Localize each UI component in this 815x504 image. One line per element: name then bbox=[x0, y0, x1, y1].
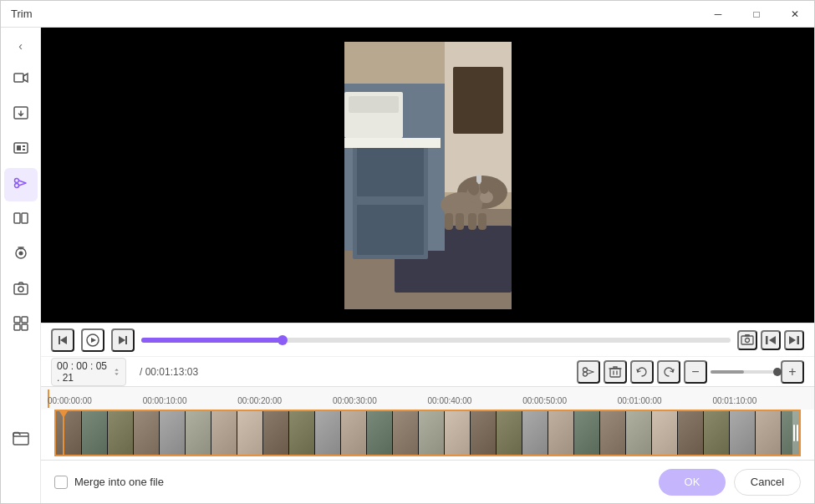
ruler-mark-1: 00:00:10:00 bbox=[143, 396, 187, 405]
app-window: Trim ─ □ ✕ ‹ bbox=[0, 0, 815, 504]
svg-rect-16 bbox=[14, 324, 20, 330]
capture-icon bbox=[13, 245, 29, 266]
edit-tools: − + bbox=[577, 360, 804, 384]
sidebar-item-capture[interactable] bbox=[4, 238, 38, 272]
frame-28 bbox=[756, 411, 781, 455]
svg-rect-17 bbox=[22, 324, 28, 330]
svg-rect-49 bbox=[745, 334, 750, 337]
timecode-total: / 00:01:13:03 bbox=[140, 366, 198, 378]
frame-7 bbox=[211, 411, 237, 455]
sidebar-item-split[interactable] bbox=[4, 203, 38, 237]
screenshot-button[interactable] bbox=[737, 330, 757, 350]
svg-rect-57 bbox=[13, 433, 28, 445]
zoom-slider-handle[interactable] bbox=[773, 368, 782, 376]
sidebar-item-snapshot[interactable] bbox=[4, 273, 38, 307]
timeline-right-handle[interactable] bbox=[792, 411, 799, 455]
frame-9 bbox=[263, 411, 288, 455]
media-icon bbox=[13, 140, 29, 160]
file-browser-button[interactable] bbox=[8, 425, 34, 451]
zoom-slider-track[interactable] bbox=[711, 370, 777, 374]
frame-4 bbox=[134, 411, 159, 455]
play-button[interactable] bbox=[81, 328, 104, 352]
svg-marker-45 bbox=[119, 336, 125, 344]
ruler-mark-6: 00:01:00:00 bbox=[618, 396, 662, 405]
redo-button[interactable] bbox=[657, 360, 680, 384]
svg-rect-14 bbox=[14, 317, 20, 323]
svg-point-32 bbox=[480, 191, 493, 203]
svg-rect-46 bbox=[125, 336, 127, 344]
split-icon bbox=[13, 210, 29, 231]
svg-point-13 bbox=[18, 287, 23, 292]
zoom-out-button[interactable]: − bbox=[684, 360, 707, 384]
ruler-mark-7: 00:01:10:00 bbox=[712, 396, 756, 405]
cancel-button[interactable]: Cancel bbox=[734, 469, 801, 496]
skip-back-button[interactable] bbox=[761, 330, 781, 350]
sidebar-item-record[interactable] bbox=[4, 63, 38, 96]
sidebar-item-trim[interactable] bbox=[4, 168, 38, 201]
zoom-slider-container bbox=[711, 370, 777, 374]
svg-rect-27 bbox=[453, 67, 503, 134]
file-icon-area bbox=[1, 416, 41, 460]
sidebar-item-import[interactable] bbox=[4, 98, 38, 131]
frame-27 bbox=[730, 411, 755, 455]
scissors-icon bbox=[13, 175, 29, 196]
skip-forward-button[interactable] bbox=[784, 330, 804, 350]
svg-rect-8 bbox=[14, 213, 20, 223]
svg-rect-9 bbox=[22, 213, 28, 223]
svg-rect-37 bbox=[468, 213, 476, 230]
ruler-mark-5: 00:00:50:00 bbox=[522, 396, 567, 405]
timeline-strip[interactable] bbox=[54, 410, 801, 456]
ruler-mark-0: 00:00:00:00 bbox=[48, 396, 92, 405]
minimize-button[interactable]: ─ bbox=[699, 1, 737, 28]
svg-rect-25 bbox=[344, 138, 441, 148]
ok-button[interactable]: OK bbox=[659, 469, 726, 496]
svg-rect-12 bbox=[14, 284, 28, 294]
next-frame-button[interactable] bbox=[111, 328, 135, 352]
frame-23 bbox=[626, 411, 651, 455]
timeline-playhead bbox=[63, 411, 64, 455]
mosaic-icon bbox=[13, 315, 29, 336]
frame-2 bbox=[82, 411, 107, 455]
maximize-button[interactable]: □ bbox=[737, 1, 776, 28]
prev-frame-button[interactable] bbox=[51, 328, 74, 352]
svg-marker-52 bbox=[789, 336, 796, 344]
svg-point-55 bbox=[583, 372, 588, 376]
svg-rect-42 bbox=[59, 336, 60, 344]
progress-fill bbox=[141, 338, 283, 343]
import-icon bbox=[13, 104, 29, 125]
sidebar-item-media[interactable] bbox=[4, 133, 38, 166]
timeline-area bbox=[41, 410, 814, 460]
svg-rect-53 bbox=[797, 336, 800, 344]
close-button[interactable]: ✕ bbox=[776, 1, 814, 28]
ruler-mark-4: 00:00:40:00 bbox=[428, 396, 472, 405]
svg-rect-40 bbox=[349, 96, 399, 113]
frame-13 bbox=[367, 411, 392, 455]
merge-checkbox-label[interactable]: Merge into one file bbox=[54, 476, 164, 489]
ruler-mark-2: 00:00:20:00 bbox=[237, 396, 282, 405]
undo-button[interactable] bbox=[630, 360, 654, 384]
sidebar-item-mosaic[interactable] bbox=[4, 308, 38, 342]
svg-rect-56 bbox=[610, 369, 620, 377]
video-preview bbox=[41, 28, 814, 323]
svg-rect-3 bbox=[17, 145, 21, 150]
merge-checkbox[interactable] bbox=[54, 476, 68, 489]
timecode-value: 00 : 00 : 05 . 21 bbox=[57, 360, 110, 384]
svg-point-54 bbox=[583, 368, 588, 372]
sidebar-collapse-button[interactable]: ‹ bbox=[8, 34, 34, 58]
cut-tool-button[interactable] bbox=[577, 360, 600, 384]
title-bar: Trim ─ □ ✕ bbox=[1, 1, 814, 28]
frame-18 bbox=[497, 411, 522, 455]
progress-bar[interactable] bbox=[141, 338, 731, 343]
frame-6 bbox=[186, 411, 211, 455]
timecode-input[interactable]: 00 : 00 : 05 . 21 bbox=[51, 358, 126, 386]
frame-20 bbox=[548, 411, 573, 455]
bottom-actions: OK Cancel bbox=[659, 469, 801, 496]
zoom-in-button[interactable]: + bbox=[781, 360, 804, 384]
delete-tool-button[interactable] bbox=[604, 360, 627, 384]
frame-14 bbox=[393, 411, 418, 455]
progress-handle[interactable] bbox=[278, 335, 288, 345]
right-controls bbox=[737, 330, 804, 350]
svg-point-48 bbox=[746, 338, 750, 342]
svg-rect-51 bbox=[766, 336, 768, 344]
timeline-ruler: 00:00:00:00 00:00:10:00 00:00:20:00 00:0… bbox=[41, 386, 814, 410]
